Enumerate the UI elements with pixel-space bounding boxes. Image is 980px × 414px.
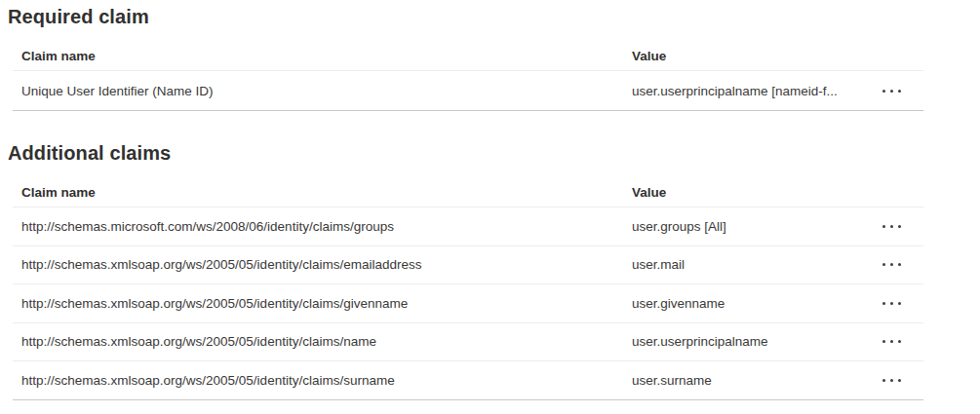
claim-row-surname[interactable]: http://schemas.xmlsoap.org/ws/2005/05/id… — [13, 361, 923, 400]
claim-name-cell: http://schemas.xmlsoap.org/ws/2005/05/id… — [13, 373, 632, 388]
claim-value-cell: user.groups [All] — [632, 219, 869, 234]
claim-value-cell: user.givenname — [632, 296, 869, 311]
more-options-button[interactable] — [869, 284, 923, 322]
more-options-button[interactable] — [869, 207, 923, 245]
ellipsis-icon — [882, 302, 885, 305]
claim-name-cell: http://schemas.xmlsoap.org/ws/2005/05/id… — [13, 296, 632, 311]
additional-claims-table: Claim name Value http://schemas.microsof… — [13, 177, 923, 400]
claim-value-cell: user.userprincipalname — [632, 334, 869, 349]
required-claims-table: Claim name Value Unique User Identifier … — [13, 41, 923, 111]
claim-row-givenname[interactable]: http://schemas.xmlsoap.org/ws/2005/05/id… — [13, 284, 923, 323]
claim-row-emailaddress[interactable]: http://schemas.xmlsoap.org/ws/2005/05/id… — [13, 246, 923, 285]
ellipsis-icon — [882, 379, 885, 382]
claim-row-name[interactable]: http://schemas.xmlsoap.org/ws/2005/05/id… — [13, 323, 923, 362]
ellipsis-icon — [882, 225, 885, 228]
ellipsis-icon — [882, 340, 885, 343]
claim-row-unique-user-identifier[interactable]: Unique User Identifier (Name ID) user.us… — [13, 71, 923, 111]
section-title-required-claim: Required claim — [8, 0, 980, 27]
more-options-button[interactable] — [869, 323, 923, 361]
claim-row-groups[interactable]: http://schemas.microsoft.com/ws/2008/06/… — [13, 207, 923, 246]
more-options-button[interactable] — [869, 361, 923, 399]
column-header-value: Value — [632, 49, 869, 63]
claim-name-cell: Unique User Identifier (Name ID) — [13, 84, 632, 98]
claim-name-cell: http://schemas.xmlsoap.org/ws/2005/05/id… — [13, 334, 632, 349]
column-header-claim-name: Claim name — [13, 49, 632, 63]
column-header-claim-name: Claim name — [13, 185, 632, 200]
claim-value-cell: user.userprincipalname [nameid-f... — [632, 84, 869, 98]
table-header-row: Claim name Value — [13, 41, 923, 71]
table-header-row: Claim name Value — [13, 177, 923, 207]
column-header-value: Value — [632, 185, 869, 200]
ellipsis-icon — [882, 263, 885, 266]
claim-value-cell: user.surname — [632, 373, 869, 388]
claim-name-cell: http://schemas.microsoft.com/ws/2008/06/… — [13, 219, 632, 234]
claim-value-cell: user.mail — [632, 257, 869, 272]
ellipsis-icon — [882, 90, 885, 93]
claim-name-cell: http://schemas.xmlsoap.org/ws/2005/05/id… — [13, 257, 632, 272]
more-options-button[interactable] — [869, 71, 923, 110]
more-options-button[interactable] — [869, 246, 923, 284]
claims-panel: Required claim Claim name Value Unique U… — [0, 0, 980, 414]
section-title-additional-claims: Additional claims — [8, 142, 980, 164]
